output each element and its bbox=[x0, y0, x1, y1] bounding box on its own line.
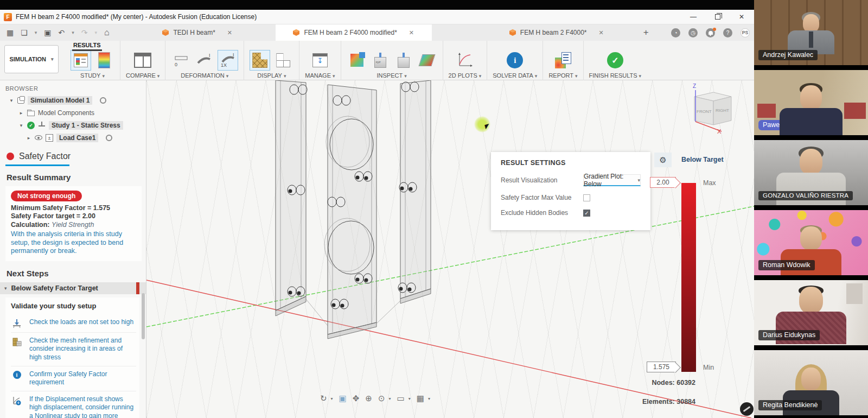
next-step-item[interactable]: Check the mesh refinement and consider i… bbox=[11, 333, 136, 366]
fit-icon[interactable]: ⊙ bbox=[378, 394, 385, 403]
chevron-down-icon[interactable]: ▾ bbox=[9, 98, 14, 103]
legend-color-bar[interactable] bbox=[681, 183, 696, 372]
new-tab-button[interactable]: + bbox=[635, 27, 658, 38]
panel-scrollbar[interactable] bbox=[142, 80, 145, 418]
status-ring-icon[interactable] bbox=[106, 135, 112, 141]
tab-close-icon[interactable]: ✕ bbox=[599, 29, 604, 36]
manage-icon[interactable]: ↧ bbox=[310, 50, 330, 71]
tree-item-model-components[interactable]: ▸ Model Components bbox=[0, 106, 146, 119]
fusion-file-icon bbox=[162, 29, 169, 36]
redo-icon[interactable]: ↷ bbox=[81, 28, 88, 37]
participant-tile[interactable]: Darius Eidukynas bbox=[754, 280, 868, 345]
tree-item-load-case[interactable]: ▸ ± Load Case1 bbox=[0, 131, 146, 144]
display-blocks-icon[interactable] bbox=[273, 50, 293, 71]
deformation-actual-icon[interactable]: I bbox=[194, 50, 215, 71]
chevron-down-icon[interactable]: ▾ bbox=[95, 30, 98, 35]
participant-tile[interactable]: Regita Bendikienė bbox=[754, 350, 868, 415]
job-status-icon[interactable]: ◷ bbox=[688, 28, 698, 37]
legend-max-label: Max bbox=[703, 179, 716, 187]
study-icon bbox=[38, 122, 46, 129]
chevron-down-icon[interactable]: ▾ bbox=[72, 30, 74, 35]
inspect-probe-icon[interactable] bbox=[393, 50, 414, 71]
study-browser-icon[interactable] bbox=[71, 50, 91, 71]
tree-item-simulation-model[interactable]: ▾ Simulation Model 1 bbox=[0, 94, 146, 106]
home-icon[interactable]: ⌂ bbox=[104, 28, 110, 37]
compare-icon[interactable] bbox=[132, 50, 153, 71]
tab-label: FEM H beam 2 F4000* bbox=[520, 29, 587, 36]
orbit-icon[interactable]: ↻ bbox=[320, 394, 327, 403]
document-tab[interactable]: TEDI H beam* ✕ bbox=[119, 24, 276, 41]
chevron-down-icon[interactable]: ▾ bbox=[428, 396, 430, 401]
participant-tile[interactable]: Andrzej Kawalec bbox=[754, 0, 868, 65]
status-ring-icon[interactable] bbox=[100, 97, 106, 104]
chevron-down-icon: ▾ bbox=[157, 73, 160, 79]
safety-factor-max-checkbox[interactable]: ✓ bbox=[583, 194, 590, 201]
2d-plots-icon[interactable] bbox=[455, 50, 475, 71]
save-icon[interactable]: ▣ bbox=[44, 28, 51, 37]
inspect-probe-xyz-icon[interactable]: xyz bbox=[370, 50, 391, 71]
ribbon-tab-results[interactable]: RESULTS bbox=[72, 42, 102, 51]
deformation-none-icon[interactable]: 0 bbox=[171, 50, 192, 71]
visibility-eye-icon[interactable] bbox=[35, 135, 42, 140]
exclude-hidden-bodies-checkbox[interactable]: ✓ bbox=[583, 210, 590, 217]
zoom-icon[interactable]: ⊕ bbox=[365, 394, 372, 403]
tab-close-icon[interactable]: ✕ bbox=[409, 29, 414, 36]
svg-text:I: I bbox=[209, 53, 210, 58]
restore-button[interactable] bbox=[715, 14, 720, 20]
chevron-down-icon[interactable]: ▾ bbox=[331, 396, 333, 401]
deformation-scaled-icon[interactable]: I1X bbox=[218, 50, 238, 71]
inspect-results-icon[interactable] bbox=[347, 50, 367, 71]
chevron-down-icon: ▾ bbox=[637, 178, 640, 183]
document-tab-active[interactable]: FEM H beam 2 F4000 modified* ✕ bbox=[276, 24, 432, 41]
tab-close-icon[interactable]: ✕ bbox=[227, 29, 232, 36]
minimize-button[interactable]: — bbox=[690, 13, 697, 21]
look-at-icon[interactable]: ▣ bbox=[339, 394, 347, 403]
display-mesh-icon[interactable] bbox=[250, 50, 270, 71]
browser-header: BROWSER bbox=[0, 80, 146, 94]
document-tab[interactable]: FEM H beam 2 F4000* ✕ bbox=[478, 24, 635, 41]
close-button[interactable]: ✕ bbox=[739, 13, 744, 21]
result-visualization-dropdown[interactable]: Gradient Plot: Below ▾ bbox=[583, 174, 641, 186]
legend-settings-gear-icon[interactable]: ⚙ bbox=[654, 153, 672, 167]
app-menu-icon[interactable]: ▦ bbox=[7, 28, 14, 37]
display-settings-icon[interactable]: ▭ bbox=[397, 394, 405, 403]
undo-icon[interactable]: ↶ bbox=[59, 28, 65, 37]
chevron-down-icon[interactable]: ▾ bbox=[389, 396, 391, 401]
inspect-slice-plane-icon[interactable] bbox=[417, 50, 437, 71]
participant-tile[interactable]: Roman Wdowik bbox=[754, 210, 868, 275]
chevron-right-icon[interactable]: ▸ bbox=[18, 110, 24, 116]
tree-item-study[interactable]: ▾ ✓ Study 1 - Static Stress bbox=[0, 119, 146, 131]
chevron-right-icon[interactable]: ▸ bbox=[26, 135, 31, 141]
file-menu-icon[interactable]: ❏ bbox=[21, 28, 28, 37]
ribbon-group-display: DISPLAY▾ bbox=[244, 41, 299, 80]
notifications-bell-icon[interactable] bbox=[706, 28, 715, 37]
meeting-app-logo[interactable] bbox=[740, 402, 754, 416]
chevron-down-icon[interactable]: ▾ bbox=[18, 123, 24, 128]
legend-max-value[interactable]: 2.00 bbox=[650, 177, 676, 188]
participant-tile[interactable]: Paweł Sułkowicz bbox=[754, 70, 868, 135]
user-avatar[interactable]: PS bbox=[741, 28, 750, 37]
help-icon[interactable]: ? bbox=[723, 28, 732, 37]
below-target-section-header[interactable]: ▾ Below Safety Factor Target bbox=[0, 282, 146, 294]
workspace-selector[interactable]: SIMULATION ▾ bbox=[4, 45, 59, 73]
solver-data-info-icon[interactable]: i bbox=[505, 50, 525, 71]
model-viewport[interactable]: FRONT RIGHT Z X ◤ RESULT SETTINGS Result… bbox=[146, 80, 754, 418]
chevron-down-icon[interactable]: ▾ bbox=[409, 396, 411, 401]
next-step-item[interactable]: Check the loads are not set too high bbox=[11, 314, 136, 333]
next-step-item[interactable]: i Confirm your Safety Factor requirement bbox=[11, 366, 136, 391]
report-icon[interactable] bbox=[553, 50, 573, 71]
legend-min-value[interactable]: 1.575 bbox=[647, 362, 676, 372]
dialog-title: RESULT SETTINGS bbox=[501, 159, 641, 167]
finish-results-check-icon[interactable]: ✓ bbox=[605, 50, 626, 71]
next-step-item[interactable]: If the Displacement result shows high di… bbox=[11, 391, 136, 418]
pan-icon[interactable]: ✥ bbox=[353, 394, 360, 403]
ribbon-group-finish-results: ✓ FINISH RESULTS▾ bbox=[584, 41, 647, 80]
participant-tile[interactable]: GONZALO VALIÑO RIESTRA bbox=[754, 140, 868, 205]
chevron-down-icon: ▾ bbox=[639, 73, 642, 79]
elements-count: Elements: 30884 bbox=[642, 398, 695, 406]
chevron-down-icon[interactable]: ▾ bbox=[35, 30, 37, 35]
grid-settings-icon[interactable]: ▦ bbox=[417, 394, 424, 403]
screen-share-top-strip bbox=[0, 0, 754, 10]
legend-gradient-icon[interactable] bbox=[94, 50, 114, 71]
extensions-icon[interactable]: ◔ bbox=[671, 28, 680, 37]
